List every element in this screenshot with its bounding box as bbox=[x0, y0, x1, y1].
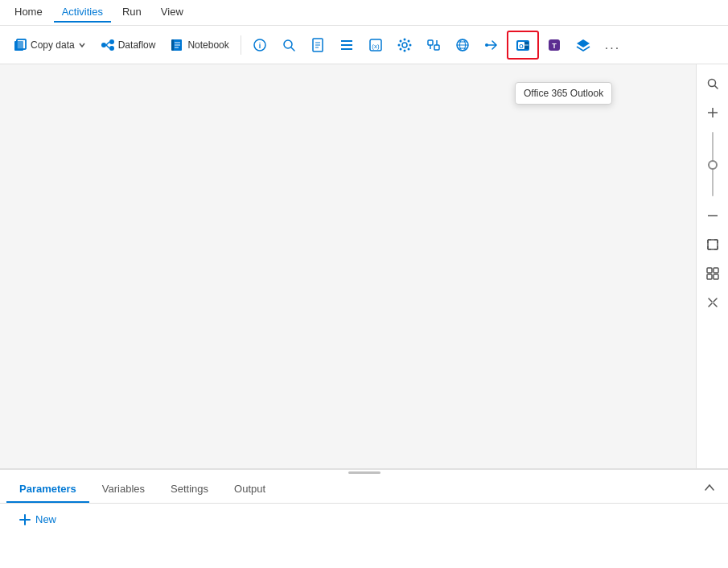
teams-button[interactable]: T bbox=[541, 31, 568, 60]
svg-text:i: i bbox=[259, 42, 261, 50]
svg-text:(x): (x) bbox=[372, 43, 380, 50]
svg-point-33 bbox=[407, 39, 409, 42]
document-icon bbox=[311, 38, 325, 52]
canvas-search-icon bbox=[706, 77, 719, 90]
svg-point-3 bbox=[101, 43, 106, 47]
collapse-icon bbox=[706, 296, 719, 309]
svg-rect-69 bbox=[714, 274, 718, 279]
svg-rect-9 bbox=[171, 39, 174, 51]
zoom-out-icon bbox=[706, 209, 719, 222]
svg-rect-35 bbox=[428, 40, 433, 45]
chevron-up-icon bbox=[704, 482, 715, 493]
svg-point-26 bbox=[402, 43, 407, 47]
expression-button[interactable]: (x) bbox=[362, 31, 389, 60]
plus-icon bbox=[19, 514, 31, 525]
notebook-button[interactable]: Notebook bbox=[163, 31, 235, 60]
outlook-button[interactable]: O bbox=[507, 31, 539, 60]
top-nav-bar: Home Activities Run View bbox=[0, 0, 728, 26]
tab-settings[interactable]: Settings bbox=[158, 476, 221, 503]
tab-variables[interactable]: Variables bbox=[89, 476, 158, 503]
tab-parameters[interactable]: Parameters bbox=[6, 476, 89, 503]
outlook-tooltip: Office 365 Outlook bbox=[515, 82, 612, 105]
zoom-thumb bbox=[708, 160, 718, 170]
zoom-slider[interactable] bbox=[712, 132, 714, 196]
tab-output[interactable]: Output bbox=[221, 476, 278, 503]
nav-home[interactable]: Home bbox=[6, 2, 51, 23]
svg-rect-67 bbox=[714, 268, 718, 273]
arrow-right-button[interactable] bbox=[478, 31, 505, 60]
more-button[interactable]: ... bbox=[598, 31, 627, 60]
globe-button[interactable] bbox=[449, 31, 476, 60]
svg-point-34 bbox=[399, 47, 401, 50]
filter-button[interactable] bbox=[420, 31, 447, 60]
new-button[interactable]: New bbox=[6, 507, 69, 532]
auto-layout-icon bbox=[706, 267, 719, 280]
svg-rect-36 bbox=[434, 45, 439, 50]
svg-point-32 bbox=[407, 47, 409, 50]
svg-point-27 bbox=[403, 38, 405, 40]
main-layout: Copy data Dataflow bbox=[0, 26, 728, 568]
zoom-out-button[interactable] bbox=[700, 203, 726, 228]
svg-point-30 bbox=[409, 43, 411, 46]
layers-button[interactable] bbox=[570, 31, 597, 60]
right-controls bbox=[696, 64, 728, 468]
settings-icon bbox=[397, 38, 412, 52]
svg-point-5 bbox=[109, 46, 114, 51]
copy-data-button[interactable]: Copy data bbox=[6, 31, 93, 60]
dataflow-icon bbox=[101, 38, 115, 52]
svg-text:O: O bbox=[519, 43, 524, 49]
info-button[interactable]: i bbox=[246, 31, 274, 60]
svg-line-7 bbox=[106, 45, 109, 48]
tooltip-text: Office 365 Outlook bbox=[524, 88, 603, 99]
settings-button[interactable] bbox=[391, 31, 418, 60]
zoom-in-button[interactable] bbox=[700, 100, 726, 126]
bottom-tabs-list: Parameters Variables Settings Output bbox=[6, 476, 278, 502]
lines-button[interactable] bbox=[333, 31, 360, 60]
svg-point-29 bbox=[397, 43, 400, 46]
nav-activities[interactable]: Activities bbox=[54, 2, 111, 23]
svg-point-4 bbox=[109, 39, 114, 44]
document-button[interactable] bbox=[304, 31, 331, 60]
notebook-label: Notebook bbox=[187, 39, 228, 51]
bottom-panel: Parameters Variables Settings Output New bbox=[0, 468, 728, 568]
collapse-panel-button[interactable] bbox=[697, 479, 722, 499]
zoom-track bbox=[712, 132, 714, 196]
svg-rect-66 bbox=[707, 268, 712, 273]
search-icon bbox=[282, 38, 296, 52]
nav-run[interactable]: Run bbox=[114, 2, 150, 23]
filter-icon bbox=[426, 38, 441, 52]
toolbar: Copy data Dataflow bbox=[0, 26, 728, 64]
dataflow-button[interactable]: Dataflow bbox=[94, 31, 162, 60]
svg-rect-57 bbox=[708, 240, 718, 249]
more-label: ... bbox=[605, 38, 620, 52]
lines-icon bbox=[339, 38, 354, 52]
fit-page-button[interactable] bbox=[700, 232, 726, 257]
canvas-search-button[interactable] bbox=[700, 71, 726, 97]
svg-point-28 bbox=[403, 49, 405, 51]
auto-layout-button[interactable] bbox=[700, 261, 726, 286]
svg-point-31 bbox=[399, 39, 401, 42]
svg-line-16 bbox=[291, 47, 294, 51]
toolbar-divider bbox=[241, 35, 241, 55]
globe-icon bbox=[455, 38, 470, 52]
nav-view[interactable]: View bbox=[153, 2, 191, 23]
canvas-area bbox=[0, 64, 728, 468]
svg-rect-48 bbox=[524, 42, 529, 49]
zoom-in-icon bbox=[706, 106, 719, 119]
copy-data-dropdown-icon bbox=[78, 41, 86, 49]
fit-page-icon bbox=[706, 238, 719, 251]
layers-icon bbox=[576, 38, 590, 52]
svg-text:T: T bbox=[552, 42, 557, 50]
svg-rect-23 bbox=[341, 48, 352, 50]
info-icon: i bbox=[253, 38, 267, 52]
resize-indicator bbox=[348, 471, 380, 474]
notebook-icon bbox=[170, 38, 184, 52]
svg-point-44 bbox=[485, 43, 488, 47]
new-label: New bbox=[35, 513, 56, 525]
svg-rect-22 bbox=[341, 44, 352, 46]
svg-rect-68 bbox=[707, 274, 712, 279]
collapse-button[interactable] bbox=[700, 290, 726, 315]
search-button[interactable] bbox=[275, 31, 302, 60]
dataflow-label: Dataflow bbox=[118, 39, 156, 51]
bottom-content-area: New bbox=[0, 504, 728, 568]
